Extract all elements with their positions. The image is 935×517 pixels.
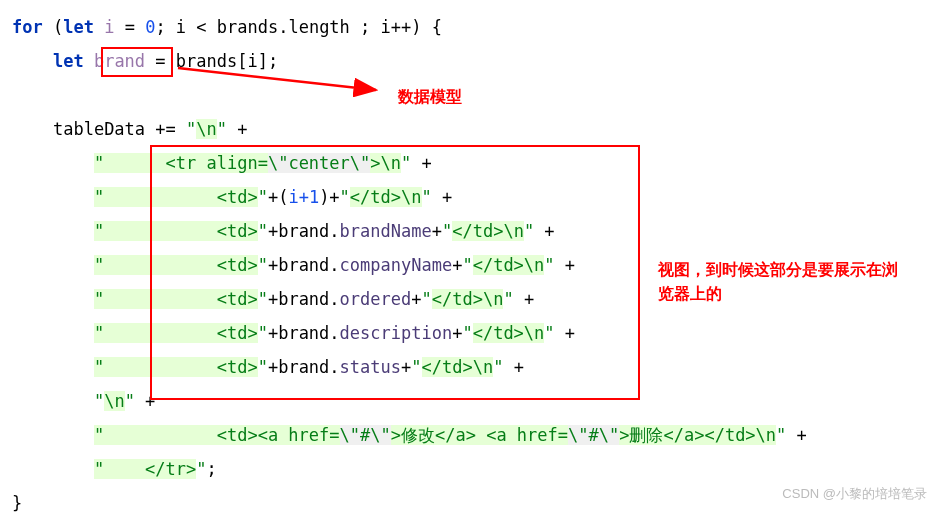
annotation-view: 视图，到时候这部分是要展示在浏览器上的 bbox=[658, 258, 908, 306]
highlight-box-brand bbox=[101, 47, 173, 77]
highlight-box-table bbox=[150, 145, 640, 400]
code-line-12: " <td><a href=\"#\">修改</a> <a href=\"#\"… bbox=[12, 418, 807, 452]
code-line-1: for (let i = 0; i < brands.length ; i++)… bbox=[12, 10, 807, 44]
code-line-3: tableData += "\n" + bbox=[12, 112, 807, 146]
watermark: CSDN @小黎的培培笔录 bbox=[782, 477, 927, 511]
code-line-14: } bbox=[12, 486, 807, 517]
annotation-model: 数据模型 bbox=[398, 80, 462, 114]
code-line-13: " </tr>"; bbox=[12, 452, 807, 486]
